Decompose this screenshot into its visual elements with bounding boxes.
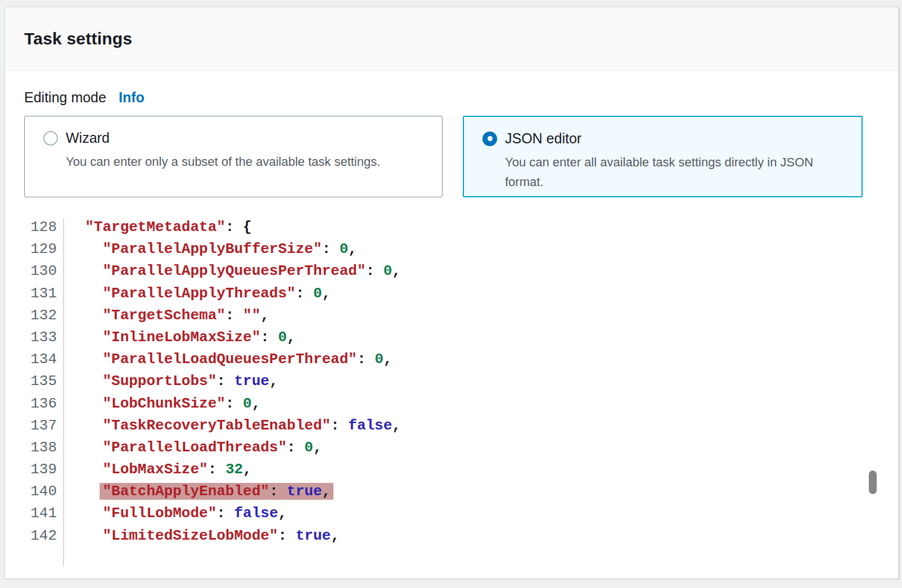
code-text: "ParallelApplyThreads": 0, (63, 283, 331, 305)
code-text: "LimitedSizeLobMode": true, (63, 525, 340, 547)
code-line: 140 "BatchApplyEnabled": true, (5, 481, 898, 503)
code-text: "ParallelApplyQueuesPerThread": 0, (63, 260, 401, 282)
code-line: 130 "ParallelApplyQueuesPerThread": 0, (5, 260, 898, 282)
code-text: "SupportLobs": true, (63, 370, 278, 392)
code-line: 136 "LobChunkSize": 0, (5, 393, 898, 415)
code-line: 131 "ParallelApplyThreads": 0, (5, 283, 898, 305)
code-text: "BatchApplyEnabled": true, (63, 481, 331, 503)
editing-mode-row: Editing modeInfo (24, 89, 145, 106)
code-text: "TargetMetadata": { (63, 216, 252, 238)
editor-scrollbar-thumb[interactable] (869, 471, 877, 494)
json-editor-radio-button[interactable] (482, 132, 497, 146)
line-number: 137 (5, 415, 63, 437)
tile-json-editor-description: You can enter all available task setting… (505, 152, 846, 192)
code-text: "LobChunkSize": 0, (63, 393, 260, 415)
line-number: 138 (5, 437, 63, 459)
tile-wizard[interactable]: Wizard You can enter only a subset of th… (24, 116, 443, 197)
tile-json-editor[interactable]: JSON editor You can enter all available … (463, 116, 863, 197)
line-number: 142 (5, 525, 63, 547)
tile-json-editor-label: JSON editor (505, 130, 581, 147)
line-number: 140 (5, 481, 63, 503)
tile-json-editor-header: JSON editor (482, 130, 846, 147)
tile-wizard-header: Wizard (43, 130, 426, 146)
tile-wizard-label: Wizard (66, 130, 110, 146)
task-settings-panel: Task settings Editing modeInfo Wizard Yo… (4, 7, 899, 579)
tile-wizard-description: You can enter only a subset of the avail… (66, 152, 409, 171)
line-number: 131 (5, 283, 63, 305)
line-number: 133 (5, 327, 63, 349)
wizard-radio-button[interactable] (43, 131, 58, 146)
code-line: 135 "SupportLobs": true, (5, 370, 898, 392)
line-number: 130 (5, 260, 63, 282)
info-link[interactable]: Info (119, 89, 145, 105)
line-number: 132 (5, 305, 63, 327)
line-number: 128 (5, 216, 63, 238)
code-line: 133 "InlineLobMaxSize": 0, (5, 327, 898, 349)
code-line: 139 "LobMaxSize": 32, (5, 459, 898, 481)
code-text: "ParallelLoadQueuesPerThread": 0, (63, 349, 392, 370)
line-number: 141 (5, 503, 63, 524)
panel-header: Task settings (5, 7, 898, 71)
code-text: "FullLobMode": false, (63, 503, 287, 524)
code-line: 142 "LimitedSizeLobMode": true, (5, 525, 898, 547)
line-number: 136 (5, 393, 63, 415)
code-line: 141 "FullLobMode": false, (5, 503, 898, 524)
code-text: "ParallelApplyBufferSize": 0, (63, 238, 357, 260)
highlighted-code: "BatchApplyEnabled": true, (102, 483, 331, 500)
line-number: 139 (5, 459, 63, 481)
code-text: "InlineLobMaxSize": 0, (63, 327, 296, 349)
code-text: "TaskRecoveryTableEnabled": false, (63, 415, 401, 437)
code-line: 134 "ParallelLoadQueuesPerThread": 0, (5, 349, 898, 370)
code-line: 138 "ParallelLoadThreads": 0, (5, 437, 898, 459)
code-line: 128 "TargetMetadata": { (5, 216, 898, 238)
code-line: 137 "TaskRecoveryTableEnabled": false, (5, 415, 898, 437)
json-code-editor[interactable]: 128 "TargetMetadata": {129 "ParallelAppl… (5, 216, 898, 566)
code-line: 132 "TargetSchema": "", (5, 305, 898, 327)
code-text: "LobMaxSize": 32, (63, 459, 252, 481)
line-number: 135 (5, 370, 63, 392)
code-text: "ParallelLoadThreads": 0, (63, 437, 322, 459)
line-number: 134 (5, 349, 63, 370)
code-text: "TargetSchema": "", (63, 305, 269, 327)
editing-mode-label: Editing mode (24, 89, 106, 105)
page-title: Task settings (24, 29, 132, 48)
code-lines: 128 "TargetMetadata": {129 "ParallelAppl… (5, 216, 898, 547)
code-line: 129 "ParallelApplyBufferSize": 0, (5, 238, 898, 260)
line-number: 129 (5, 238, 63, 260)
